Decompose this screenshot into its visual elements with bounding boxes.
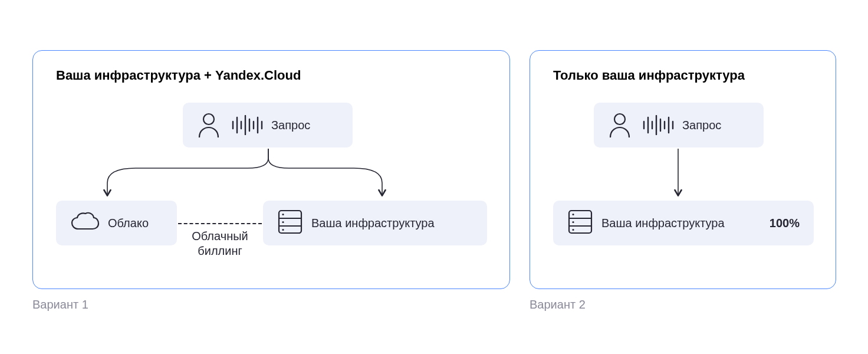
svg-point-28 xyxy=(572,213,574,215)
user-icon xyxy=(608,112,632,138)
server-icon xyxy=(567,209,593,238)
panel-variant-1 xyxy=(32,50,510,289)
svg-point-0 xyxy=(203,114,214,124)
panel-variant-2 xyxy=(530,50,836,289)
server-icon xyxy=(277,209,303,238)
svg-point-14 xyxy=(282,221,284,222)
voice-wave-icon xyxy=(642,115,674,135)
user-icon xyxy=(197,112,221,138)
svg-point-30 xyxy=(572,228,574,230)
cloud-billing-line1: Облачный xyxy=(192,230,248,242)
svg-point-29 xyxy=(572,221,574,222)
node-infra-1: Ваша инфраструктура xyxy=(263,201,487,245)
cloud-billing-label: Облачный биллинг xyxy=(182,229,258,258)
svg-point-16 xyxy=(614,114,625,124)
infra-label-1: Ваша инфраструктура xyxy=(311,217,435,230)
node-cloud: Облако xyxy=(56,201,177,245)
cloud-label: Облако xyxy=(108,217,149,230)
caption-variant-1: Вариант 1 xyxy=(32,298,88,312)
node-request-1: Запрос xyxy=(183,103,353,148)
svg-point-13 xyxy=(282,213,284,215)
voice-wave-icon xyxy=(231,115,263,135)
node-request-2: Запрос xyxy=(594,103,764,148)
dashed-connector xyxy=(178,223,262,224)
cloud-billing-line2: биллинг xyxy=(198,244,242,257)
node-infra-2: Ваша инфраструктура 100% xyxy=(553,201,814,245)
infra-percent: 100% xyxy=(758,217,800,230)
caption-variant-2: Вариант 2 xyxy=(530,298,586,312)
svg-point-15 xyxy=(282,228,284,230)
panel-1-title: Ваша инфраструктура + Yandex.Cloud xyxy=(56,68,301,83)
infra-label-2: Ваша инфраструктура xyxy=(601,217,725,230)
cloud-icon xyxy=(70,211,100,235)
panel-2-title: Только ваша инфраструктура xyxy=(553,68,745,83)
request-label-2: Запрос xyxy=(682,119,721,132)
request-label-1: Запрос xyxy=(271,119,310,132)
